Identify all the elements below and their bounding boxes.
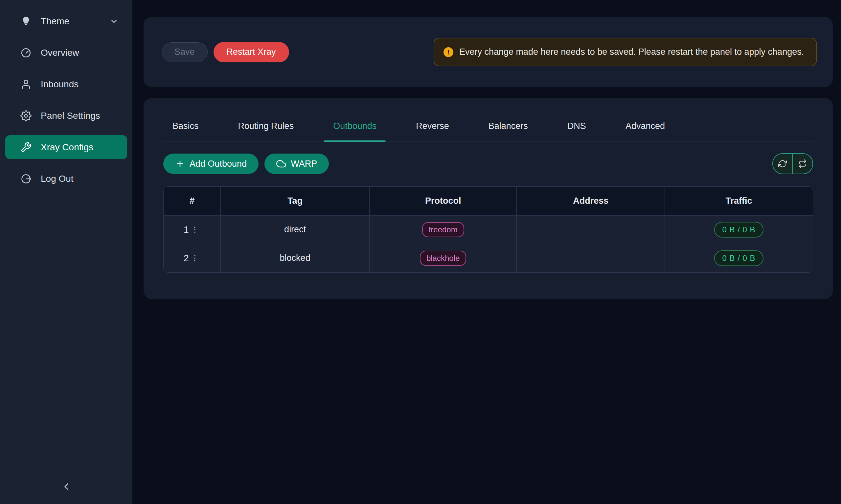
col-header-traffic: Traffic xyxy=(665,187,813,215)
row-number: 2 xyxy=(184,253,189,264)
sidebar-collapse-button[interactable] xyxy=(57,478,75,496)
cell-traffic: 0 B / 0 B xyxy=(665,215,813,244)
protocol-badge: blackhole xyxy=(420,251,466,266)
tab-dns[interactable]: DNS xyxy=(558,121,595,141)
tab-balancers[interactable]: Balancers xyxy=(479,121,537,141)
cell-address xyxy=(517,215,665,244)
table-header-row: # Tag Protocol Address Traffic xyxy=(164,187,813,215)
warp-button[interactable]: WARP xyxy=(264,154,329,174)
cell-tag: direct xyxy=(221,215,370,244)
traffic-badge: 0 B / 0 B xyxy=(714,222,763,237)
cell-address xyxy=(517,244,665,272)
logout-icon xyxy=(20,173,32,184)
lightbulb-icon xyxy=(20,16,32,27)
tab-basics[interactable]: Basics xyxy=(163,121,208,141)
theme-toggle[interactable]: Theme xyxy=(5,9,127,33)
repeat-icon xyxy=(798,160,807,168)
warning-alert-text: Every change made here needs to be saved… xyxy=(459,45,804,59)
cell-protocol: freedom xyxy=(369,215,517,244)
row-menu-button[interactable] xyxy=(189,253,201,264)
sidebar-item-label: Xray Configs xyxy=(41,142,93,152)
sidebar-item-label: Panel Settings xyxy=(41,111,100,121)
tab-advanced[interactable]: Advanced xyxy=(616,121,674,141)
gear-icon xyxy=(20,110,32,121)
chevron-left-icon xyxy=(61,481,72,492)
wrench-icon xyxy=(20,142,32,153)
sidebar-item-label: Log Out xyxy=(41,174,73,184)
col-header-address: Address xyxy=(517,187,665,215)
config-tabs: Basics Routing Rules Outbounds Reverse B… xyxy=(163,121,813,141)
repeat-button[interactable] xyxy=(793,154,812,174)
cloud-icon xyxy=(276,159,286,169)
sidebar-item-overview[interactable]: Overview xyxy=(5,41,127,65)
sidebar: Theme Overview Inbounds xyxy=(0,0,132,504)
sidebar-item-label: Inbounds xyxy=(41,79,79,90)
row-menu-button[interactable] xyxy=(189,224,201,235)
restart-xray-button[interactable]: Restart Xray xyxy=(213,42,289,62)
chevron-down-icon xyxy=(109,17,119,26)
plus-icon xyxy=(175,159,185,169)
traffic-badge: 0 B / 0 B xyxy=(714,250,763,266)
sidebar-item-inbounds[interactable]: Inbounds xyxy=(5,72,127,96)
warp-label: WARP xyxy=(291,159,317,169)
action-buttons: Save Restart Xray xyxy=(161,42,289,62)
save-restart-card: Save Restart Xray ! Every change made he… xyxy=(143,17,833,87)
add-outbound-label: Add Outbound xyxy=(190,159,247,169)
col-header-tag: Tag xyxy=(221,187,370,215)
protocol-badge: freedom xyxy=(422,222,464,237)
table-row: 2 blocked xyxy=(164,244,813,272)
sidebar-item-xray-configs[interactable]: Xray Configs xyxy=(5,135,127,159)
sidebar-item-panel-settings[interactable]: Panel Settings xyxy=(5,104,127,128)
col-header-protocol: Protocol xyxy=(369,187,517,215)
more-vertical-icon xyxy=(191,226,199,234)
sync-icon xyxy=(778,160,787,168)
row-number: 1 xyxy=(184,224,189,235)
refresh-button-group xyxy=(772,153,813,174)
cell-tag: blocked xyxy=(221,244,370,272)
sidebar-item-label: Overview xyxy=(41,48,79,58)
refresh-button[interactable] xyxy=(773,154,793,174)
tab-reverse[interactable]: Reverse xyxy=(407,121,458,141)
theme-label: Theme xyxy=(41,16,69,26)
tab-routing-rules[interactable]: Routing Rules xyxy=(229,121,303,141)
xray-config-card: Basics Routing Rules Outbounds Reverse B… xyxy=(143,98,833,299)
cell-protocol: blackhole xyxy=(369,244,517,272)
table-row: 1 direct xyxy=(164,215,813,244)
warning-alert: ! Every change made here needs to be sav… xyxy=(434,38,817,66)
warning-icon: ! xyxy=(444,47,453,57)
cell-index: 2 xyxy=(164,244,221,272)
add-outbound-button[interactable]: Add Outbound xyxy=(163,154,259,174)
save-button[interactable]: Save xyxy=(161,42,208,62)
outbounds-table: # Tag Protocol Address Traffic 1 xyxy=(163,186,813,273)
sidebar-item-log-out[interactable]: Log Out xyxy=(5,167,127,191)
cell-index: 1 xyxy=(164,215,221,244)
tab-outbounds[interactable]: Outbounds xyxy=(324,121,386,141)
more-vertical-icon xyxy=(191,254,199,263)
main-content: Save Restart Xray ! Every change made he… xyxy=(132,0,841,504)
col-header-index: # xyxy=(164,187,221,215)
gauge-icon xyxy=(20,47,32,58)
cell-traffic: 0 B / 0 B xyxy=(665,244,813,272)
outbounds-toolbar: Add Outbound WARP xyxy=(163,153,813,174)
user-icon xyxy=(20,79,32,90)
